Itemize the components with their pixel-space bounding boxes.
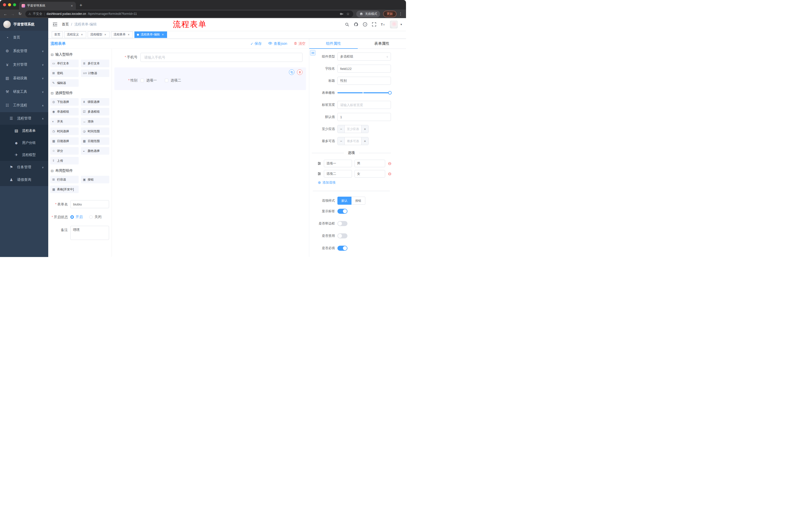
style-default-button[interactable]: 默认 xyxy=(338,197,351,205)
back-button[interactable]: ← xyxy=(2,10,9,17)
sidebar-item-process-management[interactable]: ☰ 流程管理 ∧ xyxy=(0,112,48,125)
minus-button[interactable]: − xyxy=(338,137,345,145)
palette-item-editor[interactable]: ✎编辑器 xyxy=(50,79,79,87)
breadcrumb-home[interactable]: 首页 xyxy=(62,22,69,27)
sidebar-item-workflow[interactable]: ☷ 工作流程 ∧ xyxy=(0,99,48,112)
palette-item-row-container[interactable]: ⊞行容器 xyxy=(50,176,79,183)
palette-item-upload[interactable]: ⇧上传 xyxy=(50,157,79,164)
browser-menu-icon[interactable]: ⋮ xyxy=(397,11,404,16)
bookmark-star-icon[interactable]: ☆ xyxy=(346,11,350,16)
drag-handle-icon[interactable] xyxy=(317,172,321,176)
tag-process-model[interactable]: 流程模型 × xyxy=(88,31,110,38)
address-bar[interactable]: ⚠ 不安全 | dashboard.yudao.iocoder.cn/bpm/m… xyxy=(25,10,353,17)
delete-field-button[interactable] xyxy=(297,70,302,75)
palette-item-multi-line-text[interactable]: ≣多行文本 xyxy=(81,60,109,67)
window-minimize-button[interactable] xyxy=(8,3,11,6)
palette-item-rate[interactable]: ☆评分 xyxy=(50,147,79,155)
form-canvas[interactable]: *手机号 xyxy=(112,49,309,257)
minus-button[interactable]: − xyxy=(338,125,345,133)
browser-tab[interactable]: 芋道管理系统 × xyxy=(19,2,76,9)
link-icon[interactable] xyxy=(310,50,316,56)
palette-item-password[interactable]: ⊠密码 xyxy=(50,70,79,77)
sidebar-item-user-group[interactable]: ☻ 用户分组 xyxy=(0,137,48,149)
disabled-switch[interactable] xyxy=(338,233,347,238)
browser-update-button[interactable]: 更新 xyxy=(383,11,397,17)
checkbox-icon[interactable] xyxy=(140,79,144,82)
default-value-input[interactable] xyxy=(338,113,391,121)
option-label-input[interactable] xyxy=(324,170,352,178)
palette-item-slider[interactable]: ↔滑块 xyxy=(81,118,109,125)
option-label-input[interactable] xyxy=(324,160,352,167)
tag-close-icon[interactable]: × xyxy=(161,33,165,36)
clear-button[interactable]: 清空 xyxy=(294,42,306,46)
field-name-input[interactable] xyxy=(338,64,391,73)
avatar-caret-icon[interactable]: ▾ xyxy=(401,23,402,26)
font-size-icon[interactable]: TT xyxy=(381,22,386,27)
checkbox-icon[interactable] xyxy=(165,79,168,82)
sidebar-item-task-management[interactable]: ⚑ 任务管理 ∨ xyxy=(0,161,48,173)
copy-field-button[interactable] xyxy=(289,70,294,75)
option-value-input[interactable] xyxy=(354,170,385,178)
tag-process-definition[interactable]: 流程定义 × xyxy=(64,31,86,38)
min-select-input[interactable] xyxy=(345,125,361,133)
sidebar-item-leave-query[interactable]: ♟ 请假查询 xyxy=(0,173,48,186)
tag-home[interactable]: 首页 xyxy=(52,31,63,38)
sidebar-item-system[interactable]: ⚙ 系统管理 ∨ xyxy=(0,44,48,58)
tag-close-icon[interactable]: × xyxy=(104,33,107,36)
drag-handle-icon[interactable] xyxy=(317,161,321,165)
remark-textarea[interactable]: 嘿嘿 xyxy=(70,226,109,240)
grid-slider[interactable] xyxy=(338,89,391,97)
component-type-select[interactable]: 多选框组 ∨ xyxy=(338,53,391,61)
required-switch[interactable] xyxy=(338,246,347,251)
sidebar-item-home[interactable]: ◔ 首页 xyxy=(0,31,48,44)
search-icon[interactable] xyxy=(345,22,349,27)
sidebar-item-payment[interactable]: ¥ 支付管理 ∨ xyxy=(0,58,48,72)
github-icon[interactable] xyxy=(354,22,358,27)
palette-item-table[interactable]: ▦表格[开发中] xyxy=(50,186,79,193)
palette-item-checkbox-group[interactable]: ☑多选框组 xyxy=(81,108,109,115)
gender-option-1[interactable]: 选项一 xyxy=(140,78,157,83)
sidebar-item-process-model[interactable]: ✈ 流程模型 xyxy=(0,149,48,161)
window-zoom-button[interactable] xyxy=(13,3,16,6)
tab-component-props[interactable]: 组件属性 xyxy=(309,39,358,49)
palette-item-counter[interactable]: 123计数器 xyxy=(81,70,109,77)
forward-button[interactable]: → xyxy=(9,10,16,17)
palette-item-time-picker[interactable]: ◷时间选择 xyxy=(50,128,79,135)
save-button[interactable]: ✓ 保存 xyxy=(251,42,262,46)
tag-process-form[interactable]: 流程表单 × xyxy=(111,31,133,38)
style-button-button[interactable]: 按钮 xyxy=(351,197,365,205)
sidebar-item-infrastructure[interactable]: ▥ 基础设施 ∨ xyxy=(0,72,48,85)
tag-process-form-edit[interactable]: 流程表单-编辑 × xyxy=(135,31,167,38)
option-value-input[interactable] xyxy=(354,160,385,167)
sidebar-logo[interactable]: 芋道管理系统 xyxy=(0,18,48,31)
window-close-button[interactable] xyxy=(3,3,6,6)
title-input[interactable] xyxy=(338,77,391,85)
canvas-field-gender-selected[interactable]: *性别 选项一 选项二 xyxy=(114,67,306,90)
tag-close-icon[interactable]: × xyxy=(127,33,130,36)
user-avatar[interactable] xyxy=(390,21,398,28)
max-select-input[interactable] xyxy=(345,137,361,145)
view-json-button[interactable]: 查看json xyxy=(268,42,287,46)
palette-item-cascader[interactable]: ⋔级联选择 xyxy=(81,98,109,106)
fullscreen-icon[interactable] xyxy=(372,22,377,27)
sidebar-item-process-form[interactable]: ▤ 流程表单 xyxy=(0,125,48,137)
remove-option-icon[interactable]: ⊖ xyxy=(388,161,392,166)
form-name-input[interactable] xyxy=(70,200,109,208)
border-switch[interactable] xyxy=(338,221,347,226)
menu-fold-icon[interactable] xyxy=(52,22,58,27)
password-key-icon[interactable] xyxy=(340,11,344,16)
show-label-switch[interactable] xyxy=(338,209,347,214)
remove-option-icon[interactable]: ⊖ xyxy=(388,172,392,176)
palette-item-single-line-text[interactable]: ▭单行文本 xyxy=(50,60,79,67)
palette-item-switch[interactable]: ◐开关 xyxy=(50,118,79,125)
status-radio-on[interactable]: 开启 xyxy=(70,215,83,219)
reload-button[interactable]: ↻ xyxy=(17,10,23,17)
add-option-button[interactable]: ⊕ 添加选项 xyxy=(318,180,391,185)
palette-item-button[interactable]: ▣按钮 xyxy=(81,176,109,183)
sidebar-item-devtools[interactable]: ⚒ 研发工具 ∨ xyxy=(0,85,48,99)
phone-input[interactable] xyxy=(140,53,302,62)
help-icon[interactable]: ? xyxy=(363,22,368,27)
palette-item-dropdown[interactable]: ◎下拉选择 xyxy=(50,98,79,106)
new-tab-button[interactable]: + xyxy=(77,2,84,9)
label-width-input[interactable] xyxy=(338,101,391,109)
